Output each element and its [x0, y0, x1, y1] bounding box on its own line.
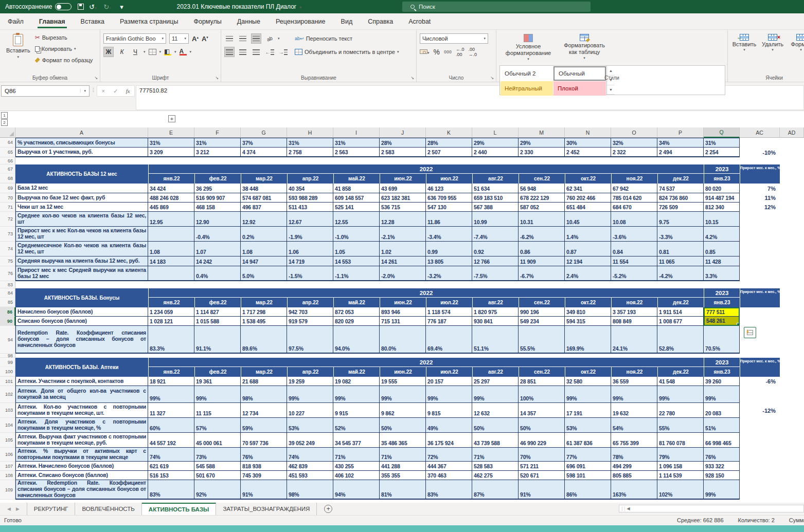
- cell[interactable]: 621 619: [148, 462, 194, 471]
- cell[interactable]: 99%: [380, 386, 426, 403]
- cell[interactable]: 21 688: [241, 377, 287, 386]
- cell[interactable]: 12.28: [380, 212, 426, 227]
- cell[interactable]: -1.9%: [287, 227, 333, 242]
- cell[interactable]: 19 361: [194, 377, 241, 386]
- cell[interactable]: 2 758: [287, 148, 333, 157]
- column-header-J[interactable]: J: [380, 127, 426, 138]
- month-header-cell[interactable]: апр.22: [287, 174, 333, 184]
- cell[interactable]: 28%: [426, 138, 472, 148]
- decrease-decimal-icon[interactable]: .00→.0: [469, 47, 477, 57]
- cell[interactable]: 930 841: [472, 317, 519, 326]
- row-label-cell[interactable]: % участников, списывающих бонусы: [15, 138, 148, 148]
- cell[interactable]: 13 805: [426, 256, 472, 266]
- paste-button[interactable]: Вставить▾: [3, 32, 33, 61]
- cell[interactable]: 99%: [287, 386, 333, 403]
- month-header-cell[interactable]: авг.22: [472, 298, 519, 307]
- autosave-control[interactable]: Автосохранение: [5, 3, 72, 10]
- row-label-cell[interactable]: Чеки шт за 12 мес: [15, 203, 148, 212]
- row-header[interactable]: 70: [0, 193, 15, 203]
- cell[interactable]: 0.86: [519, 242, 565, 256]
- cell[interactable]: 11 909: [519, 256, 565, 266]
- expand-columns-button[interactable]: +: [168, 115, 175, 122]
- cell[interactable]: 1.06: [287, 242, 333, 256]
- menu-tab-файл[interactable]: Файл: [0, 14, 31, 28]
- quick-access-more-icon[interactable]: ▾: [116, 3, 127, 11]
- cell[interactable]: 31%: [704, 138, 740, 148]
- cell[interactable]: 99%: [194, 386, 241, 403]
- cell[interactable]: 919 579: [287, 317, 333, 326]
- cell[interactable]: 12.55: [333, 212, 380, 227]
- cell[interactable]: 726 509: [657, 203, 704, 212]
- row-label-cell[interactable]: База 12 мес: [15, 184, 148, 193]
- cell[interactable]: 805 885: [611, 471, 657, 480]
- cell[interactable]: 20 157: [426, 377, 472, 386]
- growth-cell[interactable]: -12%: [740, 403, 780, 418]
- cell[interactable]: -1.1%: [333, 266, 380, 281]
- growth-header-cell[interactable]: Прирост мес. к мес., %: [740, 358, 780, 377]
- cell[interactable]: 19 555: [380, 377, 426, 386]
- gallery-more-icon[interactable]: ▼: [607, 85, 615, 95]
- cell[interactable]: 462 839: [287, 462, 333, 471]
- column-header-O[interactable]: O: [611, 127, 657, 138]
- cell[interactable]: 1.08: [148, 242, 194, 256]
- cell[interactable]: 19 259: [287, 377, 333, 386]
- cell[interactable]: 40 354: [287, 184, 333, 193]
- cell[interactable]: 83%: [426, 480, 472, 500]
- cell[interactable]: 77%: [565, 448, 611, 462]
- growth-header-cell[interactable]: Прирост мес. к мес., %: [740, 288, 780, 307]
- row-header[interactable]: 104: [0, 418, 15, 433]
- cell[interactable]: 10 227: [287, 403, 333, 418]
- cell[interactable]: -6.7%: [519, 266, 565, 281]
- row-label-cell[interactable]: Аптеки. Списано бонусов (баллов): [15, 471, 148, 480]
- cell[interactable]: 776 187: [426, 317, 472, 326]
- menu-tab-вид[interactable]: Вид: [333, 14, 361, 28]
- style-gallery-item[interactable]: Плохой: [553, 81, 606, 96]
- status-count[interactable]: Количество: 2: [738, 517, 775, 523]
- cell[interactable]: 12.67: [287, 212, 333, 227]
- cell[interactable]: 78%: [611, 448, 657, 462]
- row-label-cell[interactable]: Аптеки. Участники с покупкой, контактов: [15, 377, 148, 386]
- cell[interactable]: 20 083: [704, 403, 740, 418]
- cell[interactable]: 12 766: [472, 256, 519, 266]
- cell[interactable]: 406 102: [333, 471, 380, 480]
- cell[interactable]: 81%: [380, 480, 426, 500]
- menu-tab-вставка[interactable]: Вставка: [73, 14, 112, 28]
- cell[interactable]: 87%: [472, 480, 519, 500]
- cell[interactable]: 11 327: [148, 403, 194, 418]
- month-header-cell[interactable]: окт.22: [565, 174, 611, 184]
- increase-indent-icon[interactable]: →: [278, 47, 288, 57]
- cell[interactable]: 169.9%: [565, 326, 611, 354]
- cell[interactable]: 31%: [333, 138, 380, 148]
- format-painter-button[interactable]: Формат по образцу: [35, 54, 93, 66]
- cell[interactable]: 623 182 381: [380, 193, 426, 203]
- row-label-cell[interactable]: Аптеки. % выручки от активных карт с пов…: [15, 448, 148, 462]
- cell[interactable]: 1 114 539: [657, 471, 704, 480]
- cell[interactable]: 11 428: [704, 256, 740, 266]
- cell[interactable]: 50%: [472, 418, 519, 433]
- cell[interactable]: 70%: [519, 448, 565, 462]
- cell[interactable]: 370 463: [426, 471, 472, 480]
- row-label-cell[interactable]: Аптеки. Доля участников с повторными пок…: [15, 418, 148, 433]
- cell[interactable]: 49%: [426, 418, 472, 433]
- cell[interactable]: 69.4%: [426, 326, 472, 354]
- cell[interactable]: 808 849: [611, 317, 657, 326]
- quick-analysis-button[interactable]: [744, 327, 756, 338]
- insert-function-icon[interactable]: fx: [122, 88, 134, 94]
- growth-cell[interactable]: [740, 307, 780, 317]
- cell[interactable]: 914 487 194: [704, 193, 740, 203]
- cell[interactable]: 1 114 827: [194, 307, 241, 317]
- cell[interactable]: 44 557 192: [148, 433, 194, 448]
- cell[interactable]: 19 632: [611, 403, 657, 418]
- cell[interactable]: 1 028 121: [148, 317, 194, 326]
- cell[interactable]: 98%: [241, 386, 287, 403]
- row-header[interactable]: 73: [0, 227, 15, 242]
- cell[interactable]: 2 330: [519, 148, 565, 157]
- column-header-K[interactable]: K: [426, 127, 472, 138]
- row-header[interactable]: 99: [0, 358, 15, 367]
- align-left-button[interactable]: [224, 47, 235, 57]
- number-dialog-launcher-icon[interactable]: ↘: [490, 76, 494, 80]
- month-header-cell[interactable]: ноя.22: [611, 174, 657, 184]
- cell[interactable]: -3.6%: [611, 227, 657, 242]
- cell[interactable]: 0.85: [704, 242, 740, 256]
- cell[interactable]: 53%: [565, 418, 611, 433]
